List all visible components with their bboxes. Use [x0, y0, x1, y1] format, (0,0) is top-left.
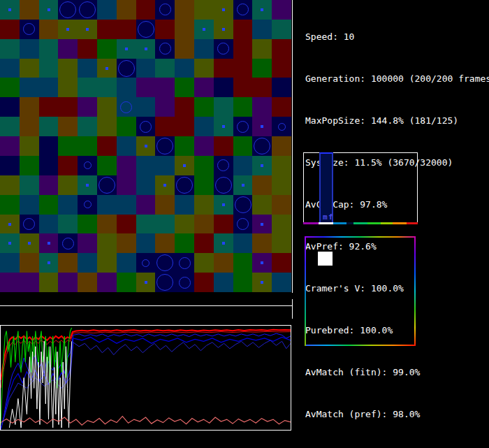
world-cell — [97, 195, 117, 215]
world-cell — [272, 20, 291, 40]
world-cell — [175, 117, 195, 137]
organism-circle — [118, 60, 135, 77]
world-cell — [0, 253, 20, 273]
world-cell — [252, 59, 272, 79]
world-cell — [97, 215, 117, 235]
spectrum-segment — [333, 222, 347, 224]
population-bar: m f — [319, 152, 333, 223]
world-cell — [20, 156, 40, 176]
world-cell — [175, 215, 195, 235]
world-cell — [155, 97, 175, 117]
world-cell — [117, 195, 137, 215]
world-cell — [117, 117, 137, 137]
organism-dot — [48, 8, 50, 11]
world-cell — [97, 253, 117, 273]
world-cell — [233, 97, 254, 117]
world-cell — [155, 117, 175, 137]
world-cell — [214, 273, 234, 292]
world-cell — [155, 233, 175, 254]
organism-circle — [235, 196, 251, 213]
organism-circle — [120, 101, 132, 113]
world-cell — [20, 253, 40, 273]
world-cell — [194, 253, 214, 273]
world-cell — [117, 20, 137, 40]
world-cell — [194, 117, 214, 137]
world-cell — [175, 78, 195, 98]
world-cell — [194, 136, 214, 157]
world-cell — [39, 195, 59, 215]
organism-dot — [48, 242, 50, 245]
world-cell — [78, 117, 98, 137]
frame-progress-end-tick — [292, 299, 293, 319]
organism-dot — [183, 164, 186, 167]
organism-dot — [242, 184, 245, 187]
organism-circle — [176, 177, 193, 194]
stat-generation: Generation: 100000 (200/200 frames) — [305, 72, 489, 86]
world-cell — [97, 156, 117, 176]
pref-border-bottom — [305, 345, 416, 346]
world-cell — [272, 233, 291, 254]
world-cell — [20, 78, 40, 98]
world-cell — [194, 39, 214, 59]
world-cell — [97, 233, 117, 254]
world-cell — [252, 175, 272, 196]
world-cell — [194, 233, 214, 254]
world-cell — [39, 273, 59, 292]
spectrum-segment — [353, 222, 367, 224]
world-cell — [233, 273, 254, 292]
world-cell — [252, 39, 272, 59]
spectrum-segment — [393, 222, 407, 224]
organism-dot — [261, 8, 263, 11]
world-cell — [58, 195, 78, 215]
world-cell — [233, 253, 254, 273]
world-cell — [214, 97, 234, 117]
world-cell — [117, 78, 137, 98]
world-cell — [136, 195, 156, 215]
world-right-border — [292, 0, 293, 293]
world-cell — [233, 136, 254, 157]
world-cell — [117, 215, 137, 235]
world-cell — [78, 97, 98, 117]
world-cell — [78, 136, 98, 157]
world-cell — [97, 273, 117, 292]
world-cell — [58, 97, 78, 117]
world-cell — [233, 59, 254, 79]
world-cell — [0, 195, 20, 215]
world-cell — [78, 215, 98, 235]
organism-dot — [86, 28, 89, 31]
world-cell — [194, 59, 214, 79]
spectrum-segment — [346, 222, 353, 224]
world-cell — [39, 20, 59, 40]
series-white-early — [9, 341, 71, 428]
world-cell — [20, 175, 40, 196]
world-cell — [58, 59, 78, 79]
world-cell — [175, 0, 195, 20]
world-cell — [0, 136, 20, 157]
world-cell — [58, 273, 78, 292]
world-cell — [58, 136, 78, 157]
world-cell — [0, 78, 20, 98]
world-cell — [175, 195, 195, 215]
spectrum-segment — [319, 222, 333, 224]
world-cell — [97, 97, 117, 117]
world-cell — [136, 97, 156, 117]
world-cell — [214, 253, 234, 273]
world-cell — [272, 78, 291, 98]
spectrum-segment — [367, 222, 381, 224]
world-cell — [175, 20, 195, 40]
world-cell — [0, 175, 20, 196]
organism-dot — [261, 164, 263, 167]
world-cell — [175, 233, 195, 254]
world-cell — [214, 136, 234, 157]
world-cell — [252, 233, 272, 254]
world-cell — [20, 273, 40, 292]
world-cell — [272, 59, 291, 79]
world-cell — [252, 97, 272, 117]
organism-circle — [237, 121, 249, 133]
organism-dot — [261, 125, 263, 128]
world-cell — [78, 253, 98, 273]
stat-maxpopsize: MaxPopSize: 144.8% (181/125) — [305, 114, 489, 128]
world-cell — [175, 39, 195, 59]
world-cell — [233, 233, 254, 254]
world-cell — [272, 273, 291, 292]
